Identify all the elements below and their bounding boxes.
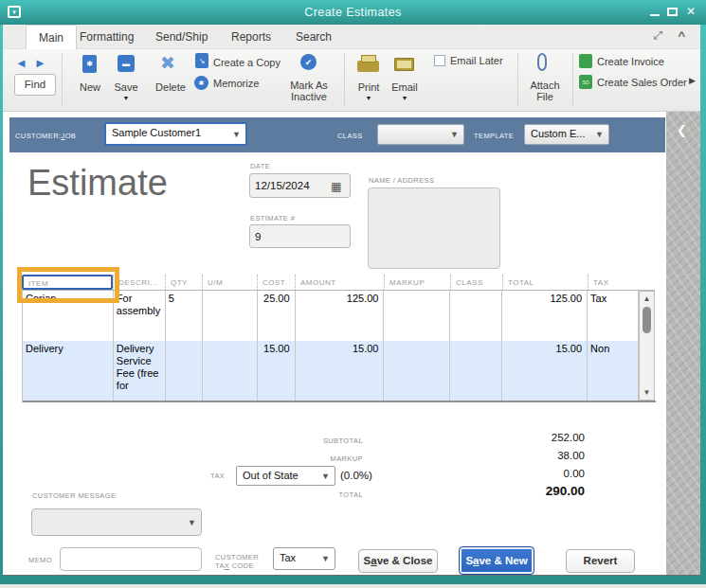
new-button[interactable]: New xyxy=(71,81,109,93)
total-value: 290.00 xyxy=(474,484,585,498)
cell-um[interactable] xyxy=(203,291,258,341)
subtotal-value: 252.00 xyxy=(474,432,585,443)
tab-search[interactable]: Search xyxy=(283,25,344,49)
name-address-label: NAME / ADDRESS xyxy=(369,176,434,185)
template-value: Custom E... xyxy=(531,128,585,139)
ribbon-toolbar: ◄ ► Find ✱ New ▬ Save ▼ ✖ Delete ↘ Creat… xyxy=(3,49,700,112)
markup-label: MARKUP xyxy=(237,454,363,463)
customer-tax-code-dropdown[interactable]: Tax▼ xyxy=(273,547,335,570)
toolbar-separator xyxy=(517,53,518,106)
estimate-number-input[interactable] xyxy=(249,224,351,248)
column-header-cost[interactable]: COST xyxy=(257,275,295,290)
email-dropdown-arrow[interactable]: ▼ xyxy=(386,95,424,101)
cell-cost[interactable]: 15.00 xyxy=(258,341,296,401)
table-scrollbar[interactable]: ▲ ▼ xyxy=(639,291,655,401)
save-and-new-button[interactable]: Save & New xyxy=(459,546,534,575)
tab-send-ship[interactable]: Send/Ship xyxy=(143,25,220,49)
template-dropdown[interactable]: Custom E...▼ xyxy=(524,124,609,145)
estimate-heading: Estimate xyxy=(27,163,168,204)
maximize-button[interactable] xyxy=(665,0,680,25)
total-label: TOTAL xyxy=(237,490,363,499)
cell-qty[interactable] xyxy=(166,341,203,401)
markup-value: 38.00 xyxy=(474,450,585,461)
tab-reports[interactable]: Reports xyxy=(219,25,283,49)
toolbar-overflow-arrow[interactable]: ▶ xyxy=(689,76,696,85)
back-arrow-icon[interactable]: ◄ xyxy=(15,57,27,70)
name-address-box[interactable] xyxy=(368,187,500,269)
cell-description[interactable]: Delivery Service Fee (free for xyxy=(114,341,166,401)
column-header-class[interactable]: CLASS xyxy=(450,275,502,290)
column-header-description[interactable]: DESCRI... xyxy=(113,275,165,290)
revert-button[interactable]: Revert xyxy=(566,549,635,573)
cell-item[interactable]: Delivery xyxy=(23,341,114,401)
new-icon: ✱ xyxy=(82,55,97,73)
customer-message-dropdown[interactable]: ▼ xyxy=(31,508,202,536)
calendar-icon[interactable]: ▦ xyxy=(331,180,341,193)
column-header-um[interactable]: U/M xyxy=(202,275,257,290)
column-header-amount[interactable]: AMOUNT xyxy=(295,275,384,290)
cell-qty[interactable]: 5 xyxy=(166,291,203,341)
cell-cost[interactable]: 25.00 xyxy=(258,291,296,341)
cell-amount[interactable]: 125.00 xyxy=(296,291,385,341)
mark-as-inactive-button[interactable]: Mark As Inactive xyxy=(283,80,335,102)
memo-input[interactable] xyxy=(60,547,202,571)
customer-tax-code-label: CUSTOMER TAX CODE xyxy=(215,553,259,570)
chevron-down-icon: ▼ xyxy=(450,130,459,139)
cell-total[interactable]: 125.00 xyxy=(502,291,588,341)
forward-arrow-icon[interactable]: ► xyxy=(34,57,46,70)
column-header-markup[interactable]: MARKUP xyxy=(384,275,450,290)
scrollbar-thumb[interactable] xyxy=(643,307,651,333)
email-later-label: Email Later xyxy=(450,55,503,66)
toolbar-separator xyxy=(344,53,345,106)
column-header-total[interactable]: TOTAL xyxy=(502,275,588,290)
tab-formatting[interactable]: Formatting xyxy=(67,25,146,49)
create-sales-order-button[interactable]: Create Sales Order xyxy=(597,77,687,88)
email-button[interactable]: Email xyxy=(386,81,424,93)
column-header-qty[interactable]: QTY xyxy=(165,275,202,290)
tax-dropdown-value: Out of State xyxy=(243,470,299,481)
column-header-tax[interactable]: TAX xyxy=(588,275,655,290)
table-row: Delivery Delivery Service Fee (free for … xyxy=(23,341,639,401)
scroll-down-icon[interactable]: ▼ xyxy=(640,388,654,397)
save-and-close-button[interactable]: Save & Close xyxy=(358,549,438,573)
collapsed-history-panel[interactable]: ❮ xyxy=(666,112,700,576)
save-button[interactable]: Save xyxy=(107,81,145,93)
item-column-highlight xyxy=(17,267,119,303)
tax-dropdown[interactable]: Out of State▼ xyxy=(236,466,335,486)
expand-panel-chevron-icon: ❮ xyxy=(677,123,687,137)
print-dropdown-arrow[interactable]: ▼ xyxy=(350,95,388,101)
find-button[interactable]: Find xyxy=(14,74,56,96)
create-invoice-button[interactable]: Create Invoice xyxy=(597,56,664,67)
inactive-label: Inactive xyxy=(291,91,327,102)
cell-total[interactable]: 15.00 xyxy=(502,341,588,401)
memo-label: MEMO xyxy=(28,556,52,564)
delete-button[interactable]: Delete xyxy=(149,81,192,93)
print-button[interactable]: Print xyxy=(350,81,388,93)
cell-class[interactable] xyxy=(450,291,502,341)
scroll-up-icon[interactable]: ▲ xyxy=(640,294,654,303)
minimize-button[interactable] xyxy=(647,0,662,25)
email-later-checkbox[interactable] xyxy=(434,55,445,66)
table-bottom-border xyxy=(23,401,656,402)
cell-tax[interactable]: Non xyxy=(588,341,639,401)
cell-amount[interactable]: 15.00 xyxy=(296,341,385,401)
collapse-ribbon-icon[interactable]: ^ xyxy=(678,28,685,43)
cell-description[interactable]: For assembly xyxy=(114,291,166,341)
class-label: CLASS xyxy=(337,132,363,140)
cell-markup[interactable] xyxy=(384,341,450,401)
save-dropdown-arrow[interactable]: ▼ xyxy=(107,95,145,101)
cell-markup[interactable] xyxy=(384,291,450,341)
cell-um[interactable] xyxy=(203,341,258,401)
attach-file-button[interactable]: Attach File xyxy=(522,80,568,102)
close-button[interactable]: ✕ xyxy=(683,0,698,25)
class-dropdown[interactable]: ▼ xyxy=(377,124,464,145)
customer-job-dropdown[interactable]: Sample Customer1▼ xyxy=(104,122,247,146)
create-copy-button[interactable]: Create a Copy xyxy=(213,57,281,68)
system-menu-icon[interactable]: ▾ xyxy=(8,6,21,18)
window-title: Create Estimates xyxy=(0,0,706,25)
memorize-button[interactable]: Memorize xyxy=(213,78,259,89)
detach-window-icon[interactable]: ⤢ xyxy=(653,28,662,42)
cell-class[interactable] xyxy=(450,341,502,401)
subtotal-label: SUBTOTAL xyxy=(237,437,363,445)
cell-tax[interactable]: Tax xyxy=(588,291,639,341)
